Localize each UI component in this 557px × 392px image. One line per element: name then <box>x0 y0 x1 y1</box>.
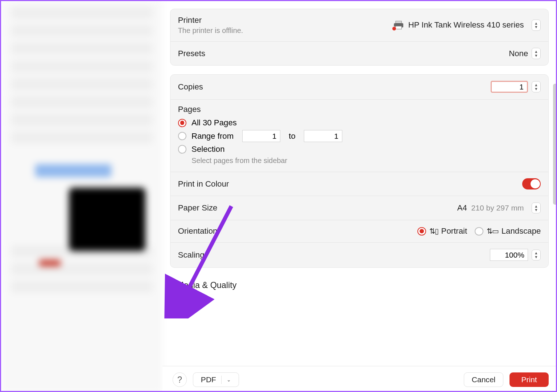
colour-toggle[interactable] <box>522 178 541 189</box>
pages-selection-option[interactable]: Selection <box>178 145 541 154</box>
presets-label: Presets <box>178 49 205 58</box>
paper-size-row[interactable]: Paper Size A4 210 by 297 mm <box>170 196 549 220</box>
printer-status: The printer is offline. <box>178 26 243 35</box>
radio-checked-icon <box>417 227 426 235</box>
sidebar-preview-blurred <box>1 1 162 392</box>
radio-checked-icon <box>178 119 186 127</box>
selection-label: Selection <box>191 145 224 154</box>
portrait-icon: ⇅▯ <box>429 227 438 235</box>
paper-dim: 210 by 297 mm <box>471 204 524 212</box>
orientation-landscape[interactable]: ⇅▭ Landscape <box>475 226 541 236</box>
colour-label: Print in Colour <box>178 179 229 189</box>
radio-icon <box>178 145 186 153</box>
copies-stepper[interactable] <box>532 81 541 92</box>
pages-all-option[interactable]: All 30 Pages <box>178 118 541 128</box>
media-quality-disclosure[interactable]: › Media & Quality <box>170 276 549 301</box>
chevron-down-icon: ⌄ <box>227 377 231 383</box>
presets-value: None <box>509 49 528 58</box>
scaling-label: Scaling <box>178 250 205 260</box>
printer-label: Printer <box>178 16 243 25</box>
cancel-button[interactable]: Cancel <box>464 372 504 387</box>
printer-presets-card: Printer The printer is offline. HP Ink T… <box>170 9 549 66</box>
pages-group: Pages All 30 Pages Range from to Selecti… <box>170 100 549 172</box>
copies-row: Copies <box>170 75 549 100</box>
pdf-button[interactable]: PDF ⌄ <box>193 372 239 387</box>
paper-size-value: A4 <box>457 203 467 213</box>
radio-icon <box>178 132 186 140</box>
range-from-label: Range from <box>191 132 234 141</box>
scaling-input[interactable] <box>490 249 528 261</box>
paper-stepper-icon[interactable] <box>532 203 541 213</box>
orientation-row: Orientation ⇅▯ Portrait ⇅▭ Landscape <box>170 220 549 243</box>
copies-label: Copies <box>178 82 203 92</box>
svg-rect-2 <box>396 26 401 29</box>
print-options-panel: Printer The printer is offline. HP Ink T… <box>162 1 557 392</box>
range-from-input[interactable] <box>242 130 280 142</box>
colour-row: Print in Colour <box>170 172 549 196</box>
printer-name: HP Ink Tank Wireless 410 series <box>408 20 524 30</box>
landscape-label: Landscape <box>502 226 541 236</box>
portrait-label: Portrait <box>441 226 467 236</box>
pages-all-label: All 30 Pages <box>191 118 237 128</box>
orientation-label: Orientation <box>178 226 218 236</box>
copies-input[interactable] <box>491 81 528 93</box>
pages-range-option[interactable]: Range from to <box>178 130 541 142</box>
presets-row[interactable]: Presets None <box>170 42 549 66</box>
pages-label: Pages <box>178 105 541 114</box>
range-to-label: to <box>289 132 296 141</box>
scrollbar[interactable] <box>553 84 557 204</box>
dialog-footer: ? PDF ⌄ Cancel Print <box>162 366 557 392</box>
orientation-portrait[interactable]: ⇅▯ Portrait <box>417 226 467 236</box>
paper-label: Paper Size <box>178 203 218 213</box>
print-settings-card: Copies Pages All 30 Pages Range from to <box>170 74 549 268</box>
selection-hint: Select pages from the sidebar <box>191 157 541 165</box>
scaling-row: Scaling <box>170 243 549 267</box>
landscape-icon: ⇅▭ <box>487 227 498 235</box>
presets-stepper-icon[interactable] <box>532 48 541 59</box>
radio-icon <box>475 227 483 235</box>
svg-rect-0 <box>396 21 401 23</box>
chevron-right-icon: › <box>172 281 174 289</box>
scaling-stepper[interactable] <box>532 250 541 260</box>
range-to-input[interactable] <box>304 130 342 142</box>
media-quality-label: Media & Quality <box>177 280 236 290</box>
printer-stepper-icon[interactable] <box>532 20 541 30</box>
pdf-label: PDF <box>201 375 216 384</box>
printer-row[interactable]: Printer The printer is offline. HP Ink T… <box>170 9 549 42</box>
help-button[interactable]: ? <box>173 372 187 387</box>
print-button[interactable]: Print <box>509 372 549 387</box>
printer-icon <box>393 21 404 30</box>
